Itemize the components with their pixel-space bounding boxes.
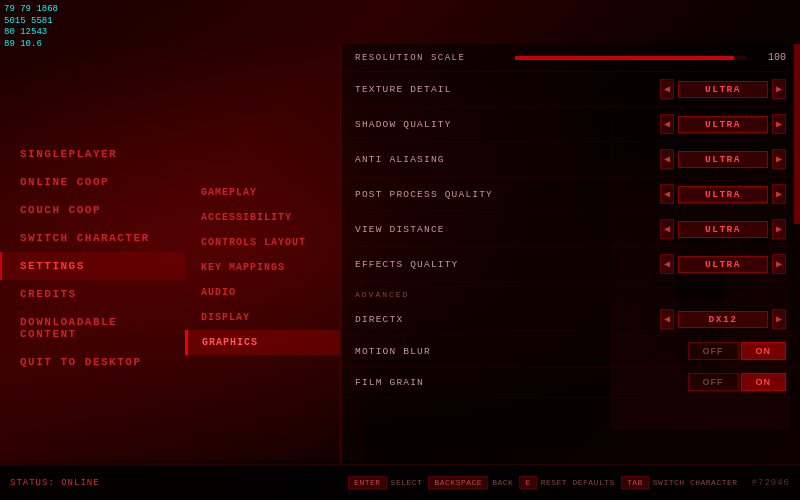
view-distance-value: ULTRA (678, 221, 768, 238)
backspace-key: BACKSPACE (428, 476, 488, 489)
tab-key: TAB (621, 476, 649, 489)
left-menu: SINGLEPLAYER ONLINE COOP COUCH COOP SWIT… (0, 140, 185, 376)
ticket-number: #72946 (752, 478, 790, 488)
tab-label: SWITCH CHARACTER (653, 478, 738, 487)
backspace-label: BACK (492, 478, 513, 487)
shadow-quality-left[interactable]: ◀ (660, 114, 674, 134)
sub-menu: GAMEPLAY ACCESSIBILITY CONTROLS LAYOUT K… (185, 180, 340, 355)
directx-control: ◀ DX12 ▶ (660, 309, 786, 329)
sidebar-item-credits[interactable]: CREDITS (0, 280, 185, 308)
film-grain-on[interactable]: ON (741, 373, 787, 391)
view-distance-control: ◀ ULTRA ▶ (660, 219, 786, 239)
advanced-section-header: ADVANCED (341, 282, 800, 303)
texture-detail-right[interactable]: ▶ (772, 79, 786, 99)
texture-detail-control: ◀ ULTRA ▶ (660, 79, 786, 99)
shadow-quality-label: SHADOW QUALITY (355, 119, 652, 130)
anti-aliasing-control: ◀ ULTRA ▶ (660, 149, 786, 169)
sidebar-item-quit[interactable]: QUIT TO DESKTOP (0, 348, 185, 376)
status-btn-enter[interactable]: ENTER SELECT (348, 476, 422, 489)
motion-blur-row: MOTION BLUR OFF ON (341, 336, 800, 367)
sidebar-item-singleplayer[interactable]: SINGLEPLAYER (0, 140, 185, 168)
hud-line3: 80 12543 (4, 27, 58, 39)
texture-detail-row: TEXTURE DETAIL ◀ ULTRA ▶ (341, 72, 800, 107)
sub-item-gameplay[interactable]: GAMEPLAY (185, 180, 340, 205)
effects-quality-value: ULTRA (678, 256, 768, 273)
sub-item-display[interactable]: DISPLAY (185, 305, 340, 330)
sub-item-graphics[interactable]: GRAPHICS (185, 330, 340, 355)
post-process-label: POST PROCESS QUALITY (355, 189, 652, 200)
directx-right[interactable]: ▶ (772, 309, 786, 329)
anti-aliasing-row: ANTI ALIASING ◀ ULTRA ▶ (341, 142, 800, 177)
anti-aliasing-value: ULTRA (678, 151, 768, 168)
view-distance-right[interactable]: ▶ (772, 219, 786, 239)
directx-left[interactable]: ◀ (660, 309, 674, 329)
resolution-scale-row: RESOLUTION SCALE 100 (341, 44, 800, 72)
film-grain-toggle: OFF ON (688, 373, 787, 391)
hud-line2: 5015 5581 (4, 16, 58, 28)
scrollbar-thumb[interactable] (794, 44, 800, 224)
sidebar-item-online-coop[interactable]: ONLINE COOP (0, 168, 185, 196)
resolution-scale-label: RESOLUTION SCALE (355, 53, 505, 63)
settings-panel: RESOLUTION SCALE 100 TEXTURE DETAIL ◀ UL… (340, 44, 800, 464)
anti-aliasing-left[interactable]: ◀ (660, 149, 674, 169)
film-grain-row: FILM GRAIN OFF ON (341, 367, 800, 398)
sidebar-item-switch-character[interactable]: SWITCH CHARACTER (0, 224, 185, 252)
sidebar-item-couch-coop[interactable]: COUCH COOP (0, 196, 185, 224)
post-process-left[interactable]: ◀ (660, 184, 674, 204)
settings-scrollbar[interactable] (794, 44, 800, 464)
film-grain-off[interactable]: OFF (688, 373, 739, 391)
status-btn-backspace[interactable]: BACKSPACE BACK (428, 476, 513, 489)
anti-aliasing-label: ANTI ALIASING (355, 154, 652, 165)
hud-line1: 79 79 1868 (4, 4, 58, 16)
hud-line4: 89 10.6 (4, 39, 58, 51)
motion-blur-on[interactable]: ON (741, 342, 787, 360)
texture-detail-value: ULTRA (678, 81, 768, 98)
enter-key: ENTER (348, 476, 387, 489)
anti-aliasing-right[interactable]: ▶ (772, 149, 786, 169)
e-label: RESET DEFAULTS (541, 478, 615, 487)
e-key: E (519, 476, 536, 489)
effects-quality-label: EFFECTS QUALITY (355, 259, 652, 270)
sidebar-item-settings[interactable]: SETTINGS (0, 252, 185, 280)
motion-blur-label: MOTION BLUR (355, 346, 680, 357)
directx-label: DirectX (355, 314, 652, 325)
view-distance-row: VIEW DISTANCE ◀ ULTRA ▶ (341, 212, 800, 247)
motion-blur-toggle: OFF ON (688, 342, 787, 360)
post-process-right[interactable]: ▶ (772, 184, 786, 204)
effects-quality-control: ◀ ULTRA ▶ (660, 254, 786, 274)
status-bar: STATUS: ONLINE ENTER SELECT BACKSPACE BA… (0, 464, 800, 500)
sub-item-controls-layout[interactable]: CONTROLS LAYOUT (185, 230, 340, 255)
shadow-quality-right[interactable]: ▶ (772, 114, 786, 134)
motion-blur-off[interactable]: OFF (688, 342, 739, 360)
directx-row: DirectX ◀ DX12 ▶ (341, 303, 800, 336)
effects-quality-left[interactable]: ◀ (660, 254, 674, 274)
post-process-row: POST PROCESS QUALITY ◀ ULTRA ▶ (341, 177, 800, 212)
status-online: STATUS: ONLINE (10, 478, 100, 488)
directx-value: DX12 (678, 311, 768, 328)
resolution-scale-fill (515, 56, 734, 60)
effects-quality-row: EFFECTS QUALITY ◀ ULTRA ▶ (341, 247, 800, 282)
view-distance-left[interactable]: ◀ (660, 219, 674, 239)
status-buttons: ENTER SELECT BACKSPACE BACK E RESET DEFA… (348, 476, 790, 489)
film-grain-label: FILM GRAIN (355, 377, 680, 388)
texture-detail-label: TEXTURE DETAIL (355, 84, 652, 95)
status-btn-e[interactable]: E RESET DEFAULTS (519, 476, 615, 489)
shadow-quality-row: SHADOW QUALITY ◀ ULTRA ▶ (341, 107, 800, 142)
shadow-quality-value: ULTRA (678, 116, 768, 133)
shadow-quality-control: ◀ ULTRA ▶ (660, 114, 786, 134)
resolution-scale-slider[interactable] (515, 56, 746, 60)
sub-item-accessibility[interactable]: ACCESSIBILITY (185, 205, 340, 230)
post-process-control: ◀ ULTRA ▶ (660, 184, 786, 204)
view-distance-label: VIEW DISTANCE (355, 224, 652, 235)
status-btn-tab[interactable]: TAB SWITCH CHARACTER (621, 476, 738, 489)
sidebar-item-downloadable[interactable]: DOWNLOADABLE CONTENT (0, 308, 185, 348)
effects-quality-right[interactable]: ▶ (772, 254, 786, 274)
sub-item-key-mappings[interactable]: KEY MAPPINGS (185, 255, 340, 280)
sub-item-audio[interactable]: AUDIO (185, 280, 340, 305)
resolution-scale-value: 100 (756, 52, 786, 63)
texture-detail-left[interactable]: ◀ (660, 79, 674, 99)
post-process-value: ULTRA (678, 186, 768, 203)
enter-label: SELECT (391, 478, 423, 487)
hud-stats: 79 79 1868 5015 5581 80 12543 89 10.6 (4, 4, 58, 51)
